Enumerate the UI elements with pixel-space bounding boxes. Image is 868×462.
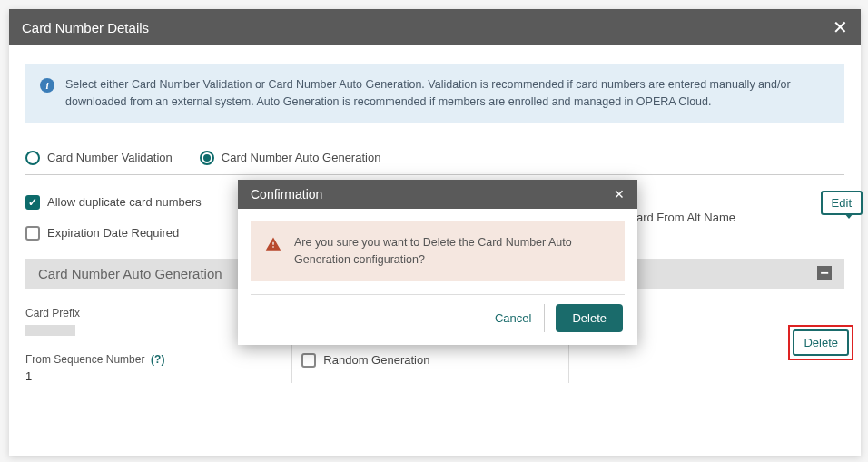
dialog-message: Are you sure you want to Delete the Card… <box>294 234 610 269</box>
options-col-left: Allow duplicate card numbers Expiration … <box>25 195 202 241</box>
checkbox-label: Allow duplicate card numbers <box>47 195 202 209</box>
label-text: From Sequence Number <box>25 353 144 366</box>
checkbox-label: Random Generation <box>323 353 429 367</box>
mode-radio-group: Card Number Validation Card Number Auto … <box>25 151 844 175</box>
field-from-sequence: From Sequence Number (?) 1 <box>25 353 282 383</box>
panel-header: Card Number Details ✕ <box>9 9 861 45</box>
confirm-delete-button[interactable]: Delete <box>556 304 623 332</box>
checkbox-icon <box>25 195 40 210</box>
confirmation-dialog: Confirmation ✕ Are you sure you want to … <box>238 180 637 345</box>
warning-icon <box>265 234 281 269</box>
checkbox-label-fragment: Card From Alt Name <box>628 211 735 224</box>
dialog-title: Confirmation <box>251 187 322 202</box>
info-icon: i <box>40 78 54 93</box>
section-title: Card Number Auto Generation <box>38 266 222 281</box>
close-icon[interactable]: ✕ <box>833 18 848 36</box>
panel-title: Card Number Details <box>22 20 149 35</box>
info-text: Select either Card Number Validation or … <box>65 76 830 111</box>
close-icon[interactable]: ✕ <box>614 187 625 202</box>
edit-button[interactable]: Edit <box>821 191 863 215</box>
radio-card-number-validation[interactable]: Card Number Validation <box>25 151 173 165</box>
field-value: 1 <box>25 369 282 383</box>
checkbox-icon <box>25 226 40 241</box>
checkbox-allow-duplicate[interactable]: Allow duplicate card numbers <box>25 195 202 210</box>
dialog-body: Are you sure you want to Delete the Card… <box>251 221 625 281</box>
radio-label: Card Number Auto Generation <box>222 151 381 164</box>
redacted-value <box>25 325 75 336</box>
dialog-header: Confirmation ✕ <box>238 180 637 209</box>
dialog-footer: Cancel Delete <box>238 295 637 345</box>
delete-highlight-frame: Delete <box>788 325 853 360</box>
checkbox-random-generation[interactable]: Random Generation <box>301 353 558 368</box>
collapse-icon[interactable]: − <box>817 266 832 280</box>
info-banner: i Select either Card Number Validation o… <box>25 64 844 123</box>
cancel-button[interactable]: Cancel <box>482 304 545 332</box>
radio-label: Card Number Validation <box>47 151 173 164</box>
checkbox-card-from-alt-name[interactable]: Card From Alt Name <box>628 195 844 241</box>
radio-card-number-auto-generation[interactable]: Card Number Auto Generation <box>200 151 381 165</box>
radio-icon <box>25 151 40 165</box>
checkbox-label: Expiration Date Required <box>47 226 179 240</box>
checkbox-expiration-required[interactable]: Expiration Date Required <box>25 226 202 241</box>
checkbox-icon <box>301 353 316 368</box>
field-label: From Sequence Number (?) <box>25 353 282 366</box>
delete-button[interactable]: Delete <box>793 329 849 356</box>
radio-icon <box>200 151 214 165</box>
help-icon[interactable]: (?) <box>151 353 164 366</box>
